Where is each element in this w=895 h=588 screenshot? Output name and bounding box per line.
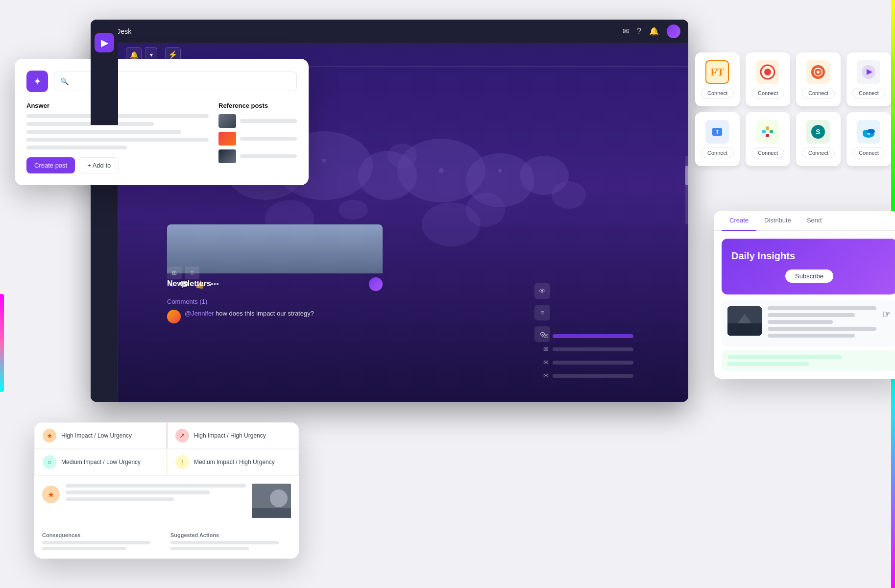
priority-item-high-low[interactable]: ★ High Impact / Low Urgency	[34, 422, 167, 449]
reference-title: Reference posts	[218, 102, 297, 109]
priority-text-2	[66, 490, 210, 494]
play-connect-btn[interactable]: Connect	[852, 88, 885, 98]
svg-rect-28	[766, 134, 769, 137]
nl-list-item-3[interactable]: ✉	[539, 356, 637, 369]
teams-connect-btn[interactable]: Connect	[701, 147, 734, 158]
svg-point-10	[339, 200, 368, 220]
refinitiv-connect-btn[interactable]: Connect	[751, 88, 784, 98]
newsletter-panel: Create Distribute Send Daily Insights Su…	[714, 211, 895, 379]
priority-item-med-low[interactable]: ○ Medium Impact / Low Urgency	[34, 449, 167, 475]
salesforce-connect-btn[interactable]: Connect	[852, 147, 885, 158]
priority-label-high-high: High Impact / High Urgency	[194, 432, 266, 439]
priority-icon-teal: ○	[43, 455, 56, 469]
settings-icon-btn[interactable]: ⚙	[534, 326, 550, 342]
nl-header-card: Daily Insights Subscribe	[722, 239, 895, 294]
ref-bar-3	[240, 154, 297, 158]
integration-card-salesforce[interactable]: sf Connect	[847, 112, 891, 166]
ai-header: ✦ 🔍	[26, 71, 297, 92]
priority-icon-red: ↗	[175, 429, 189, 442]
app-logo-btn[interactable]: ▶	[91, 27, 118, 125]
reuters-connect-btn[interactable]: Connect	[802, 88, 835, 98]
slack-connect-btn[interactable]: Connect	[751, 147, 784, 158]
priority-item-med-high[interactable]: ! Medium Impact / High Urgency	[167, 449, 299, 475]
accent-left-bar	[0, 294, 4, 392]
more-icon[interactable]: •••	[211, 280, 219, 289]
ref-bar-2	[240, 137, 297, 141]
nl-tab-distribute[interactable]: Distribute	[756, 211, 799, 231]
integrations-panel: FT Connect Connect Connect Connect	[689, 47, 895, 172]
reuters-logo	[806, 60, 830, 84]
post-thumbnail	[167, 224, 383, 273]
content-toolbar: ⊞ ≡	[167, 267, 199, 279]
integration-card-teams[interactable]: T Connect	[695, 112, 740, 166]
suggested-actions-title: Suggested Actions	[170, 532, 291, 538]
email-icon[interactable]: ✉	[623, 26, 629, 36]
svg-rect-25	[762, 130, 766, 133]
ai-buttons: Create post + Add to	[26, 157, 209, 173]
priority-grid: ★ High Impact / Low Urgency ↗ High Impac…	[34, 422, 299, 476]
help-icon[interactable]: ?	[637, 27, 641, 36]
priority-content: ★	[34, 476, 299, 526]
eye-icon-btn[interactable]: 👁	[534, 283, 550, 299]
integration-card-play[interactable]: Connect	[847, 52, 891, 106]
teams-logo: T	[705, 120, 729, 144]
sharepoint-connect-btn[interactable]: Connect	[802, 147, 835, 158]
comment-mention[interactable]: @Jennifer	[185, 310, 214, 317]
ref-bar-1	[240, 119, 297, 123]
play-next-icon[interactable]: ▶	[95, 33, 114, 52]
nl-secondary-line-2	[727, 362, 809, 366]
nl-preview-line-1	[768, 306, 876, 310]
nl-subscribe-btn[interactable]: Subscribe	[785, 270, 833, 283]
integration-card-reuters[interactable]: Connect	[796, 52, 841, 106]
nl-preview-line-5	[768, 334, 855, 338]
ft-logo: FT	[705, 60, 729, 84]
nl-tab-create[interactable]: Create	[722, 211, 756, 231]
nl-list-item-1[interactable]: ✉	[539, 329, 637, 343]
list-view-btn[interactable]: ≡	[185, 267, 199, 279]
suggested-actions-section: Suggested Actions	[170, 532, 291, 553]
nl-side-icons: 👁 ≡ ⚙	[534, 283, 550, 342]
svg-point-11	[552, 181, 586, 209]
svg-point-17	[764, 69, 771, 75]
nl-list-item-4[interactable]: ✉	[539, 369, 637, 382]
priority-thumbnail	[252, 484, 291, 518]
post-author-avatar	[369, 277, 383, 291]
scrollbar-thumb	[685, 166, 688, 185]
nl-preview-image	[727, 306, 762, 336]
ft-connect-btn[interactable]: Connect	[701, 88, 734, 98]
nl-secondary-line-1	[727, 355, 842, 359]
add-to-button[interactable]: + Add to	[79, 157, 119, 173]
priority-star-icon: ★	[42, 486, 60, 503]
user-avatar[interactable]	[667, 24, 680, 38]
nl-list-bar-1	[553, 334, 633, 338]
consequences-section: Consequences	[42, 532, 163, 553]
scrollbar[interactable]	[685, 156, 688, 224]
nl-newsletter-title: Daily Insights	[731, 250, 795, 262]
salesforce-logo: sf	[857, 120, 880, 144]
nl-secondary-lines	[727, 355, 891, 366]
ref-item-3[interactable]	[218, 149, 297, 163]
ref-item-2[interactable]	[218, 132, 297, 146]
grid-view-btn[interactable]: ⊞	[167, 267, 182, 279]
create-post-button[interactable]: Create post	[26, 157, 75, 173]
nl-list-item-2[interactable]: ✉	[539, 343, 637, 356]
nl-tabs: Create Distribute Send	[714, 211, 895, 231]
integration-card-ft[interactable]: FT Connect	[695, 52, 740, 106]
svg-rect-37	[727, 323, 762, 336]
priority-icon-yellow: !	[175, 455, 189, 469]
ref-item-1[interactable]	[218, 114, 297, 128]
nl-preview-line-3	[768, 320, 833, 324]
comments-link[interactable]: Comments (1)	[167, 298, 207, 305]
integration-card-refinitiv[interactable]: Connect	[746, 52, 790, 106]
svg-rect-40	[252, 508, 291, 518]
bell-icon[interactable]: 🔔	[649, 26, 659, 36]
svg-point-20	[817, 71, 820, 74]
integration-card-slack[interactable]: Connect	[746, 112, 790, 166]
nl-tab-send[interactable]: Send	[799, 211, 829, 231]
priority-item-high-high[interactable]: ↗ High Impact / High Urgency	[167, 422, 299, 449]
integration-card-sharepoint[interactable]: S Connect	[796, 112, 841, 166]
skeleton-3	[26, 130, 181, 134]
list-icon-btn[interactable]: ≡	[534, 305, 550, 320]
svg-text:S: S	[816, 128, 821, 136]
nl-preview-line-4	[768, 327, 876, 331]
